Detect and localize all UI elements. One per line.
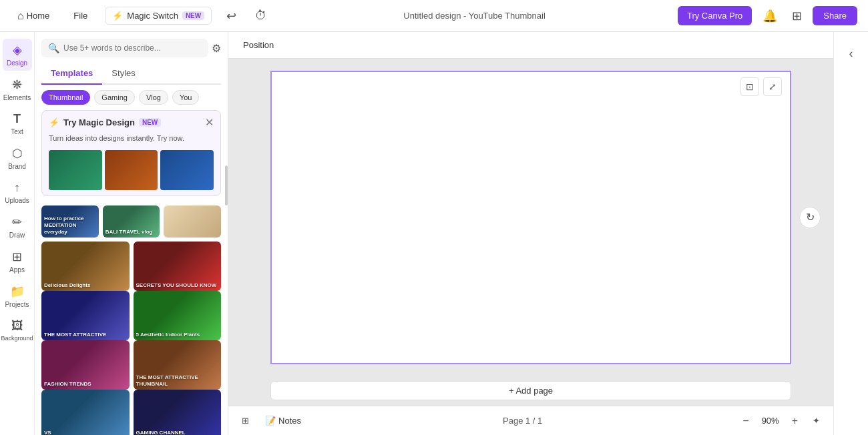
canvas-toolbar: Position — [228, 32, 833, 59]
canvas-wrapper: ⊡ ⤢ ↻ — [270, 71, 791, 364]
home-button[interactable]: ⌂ Home — [11, 6, 56, 26]
topbar: ⌂ Home File ⚡ Magic Switch NEW ↩ ⏱ Untit… — [0, 0, 868, 32]
cat-gaming[interactable]: Gaming — [94, 90, 135, 105]
sidebar-item-design[interactable]: ◈ Design — [3, 39, 32, 71]
template-label-10: VS — [44, 430, 127, 435]
magic-promo-badge: NEW — [139, 118, 161, 127]
undo-icon: ↩ — [226, 9, 236, 23]
topbar-right: Try Canva Pro 🔔 ⊞ Share — [678, 6, 857, 26]
position-button[interactable]: Position — [236, 37, 280, 53]
template-item-7[interactable]: 5 Aesthetic Indoor Plants — [134, 291, 222, 340]
bottom-bar: ⊞ 📝 Notes Page 1 / 1 − 90% + — [228, 406, 833, 435]
template-item-1[interactable]: How to practiceMEDITATIONeveryday — [41, 205, 99, 238]
cat-thumbnail[interactable]: Thumbnail — [41, 90, 90, 105]
templates-grid: How to practiceMEDITATIONeveryday BALI T… — [35, 201, 228, 435]
template-item-3[interactable] — [164, 205, 221, 238]
projects-icon: 📁 — [10, 284, 25, 299]
try-canva-button[interactable]: Try Canva Pro — [678, 6, 752, 25]
show-pages-button[interactable]: ⊞ — [236, 413, 254, 428]
template-item-5[interactable]: SECRETS YOU SHOULD KNOW — [134, 242, 222, 291]
notes-button[interactable]: 📝 Notes — [260, 413, 306, 428]
template-item-9[interactable]: THE MOST ATTRACTIVE THUMBNAIL — [134, 340, 222, 390]
template-label-6: THE MOST ATTRACTIVE — [44, 332, 127, 338]
magic-switch-button[interactable]: ⚡ Magic Switch NEW — [105, 7, 212, 25]
sidebar-label-text: Text — [11, 128, 23, 135]
assistant-button[interactable]: ✦ — [807, 413, 825, 428]
magic-promo-description: Turn ideas into designs instantly. Try n… — [42, 131, 220, 147]
filter-button[interactable]: ⚙ — [212, 42, 221, 55]
home-label: Home — [27, 11, 50, 21]
template-item-11[interactable]: GAMING CHANNEL — [134, 390, 222, 435]
templates-row-1: How to practiceMEDITATIONeveryday BALI T… — [41, 205, 221, 238]
canvas-controls: ⊡ ⤢ — [740, 77, 782, 96]
sidebar-item-brand[interactable]: ⬡ Brand — [3, 142, 32, 174]
template-item-10[interactable]: VS — [41, 390, 130, 435]
sidebar-item-apps[interactable]: ⊞ Apps — [3, 246, 32, 278]
template-item-6[interactable]: THE MOST ATTRACTIVE — [41, 291, 130, 340]
tab-styles[interactable]: Styles — [102, 63, 144, 85]
new-badge: NEW — [182, 11, 204, 20]
close-promo-button[interactable]: ✕ — [205, 116, 214, 129]
magic-promo: ⚡ Try Magic Design NEW ✕ Turn ideas into… — [41, 110, 221, 196]
template-item-8[interactable]: FASHION TRENDS — [41, 340, 130, 390]
sidebar-item-background[interactable]: 🖼 Background — [3, 315, 32, 346]
search-icon: 🔍 — [48, 43, 59, 53]
promo-image-2 — [105, 150, 158, 190]
sidebar-item-draw[interactable]: ✏ Draw — [3, 211, 32, 243]
zoom-in-button[interactable]: + — [788, 414, 802, 428]
magic-icon: ⚡ — [112, 11, 123, 21]
draw-icon: ✏ — [12, 215, 22, 230]
notification-button[interactable]: 🔔 — [758, 6, 781, 26]
cat-vlog[interactable]: Vlog — [139, 90, 168, 105]
timer-button[interactable]: ⏱ — [251, 6, 271, 25]
notes-icon: 📝 — [265, 416, 276, 426]
sidebar-label-elements: Elements — [3, 94, 31, 101]
sidebar-label-apps: Apps — [9, 266, 25, 274]
cat-you[interactable]: You — [172, 90, 200, 105]
refresh-button[interactable]: ↻ — [799, 207, 821, 228]
zoom-in-icon: + — [792, 415, 798, 426]
sidebar-item-projects[interactable]: 📁 Projects — [3, 280, 32, 312]
search-input[interactable] — [63, 43, 201, 53]
template-label-1: How to practiceMEDITATIONeveryday — [44, 215, 96, 235]
file-button[interactable]: File — [67, 7, 94, 25]
share-button[interactable]: Share — [813, 6, 857, 25]
canvas-frame[interactable]: ⊡ ⤢ — [270, 71, 791, 364]
fit-button[interactable]: ⊡ — [740, 77, 759, 96]
canvas-container[interactable]: ⊡ ⤢ ↻ — [228, 59, 833, 376]
share-label: Share — [823, 11, 847, 21]
design-icon: ◈ — [13, 43, 22, 57]
search-input-wrap: 🔍 — [41, 39, 208, 57]
fit-icon: ⊡ — [746, 81, 754, 92]
topbar-left: ⌂ Home File ⚡ Magic Switch NEW ↩ ⏱ — [11, 6, 271, 26]
page-info: Page 1 / 1 — [503, 416, 542, 426]
filter-icon: ⚙ — [212, 43, 221, 54]
undo-button[interactable]: ↩ — [222, 6, 240, 26]
design-title: Untitled design - YouTube Thumbnail — [403, 11, 545, 21]
sidebar-item-text[interactable]: T Text — [3, 108, 32, 139]
sidebar-label-design: Design — [7, 59, 27, 67]
add-page-bar: + Add page — [228, 376, 833, 406]
text-icon: T — [13, 112, 21, 126]
sidebar-label-background: Background — [1, 335, 33, 342]
uploads-icon: ↑ — [14, 181, 20, 195]
panel-scroll-indicator — [225, 165, 228, 205]
right-panel-button[interactable]: ‹ — [837, 39, 866, 68]
zoom-out-button[interactable]: − — [738, 414, 752, 428]
template-label-4: Delicious Delights — [44, 282, 127, 289]
templates-panel: 🔍 ⚙ Templates Styles Thumbnail Gaming — [35, 32, 228, 435]
sidebar-item-uploads[interactable]: ↑ Uploads — [3, 177, 32, 208]
bottom-center: Page 1 / 1 — [503, 416, 542, 426]
grid-button[interactable]: ⊞ — [788, 6, 806, 26]
magic-switch-label: Magic Switch — [127, 11, 178, 21]
expand-button[interactable]: ⤢ — [763, 77, 782, 96]
assistant-icon: ✦ — [813, 416, 820, 426]
tab-templates[interactable]: Templates — [41, 63, 102, 85]
template-item-2[interactable]: BALI TRAVEL vlog — [103, 205, 160, 238]
add-page-button[interactable]: + Add page — [270, 381, 791, 400]
sidebar-item-elements[interactable]: ❋ Elements — [3, 73, 32, 105]
template-item-4[interactable]: Delicious Delights — [41, 242, 130, 291]
templates-row-3: THE MOST ATTRACTIVE 5 Aesthetic Indoor P… — [41, 291, 221, 340]
zoom-out-icon: − — [742, 415, 748, 426]
file-label: File — [73, 11, 87, 21]
